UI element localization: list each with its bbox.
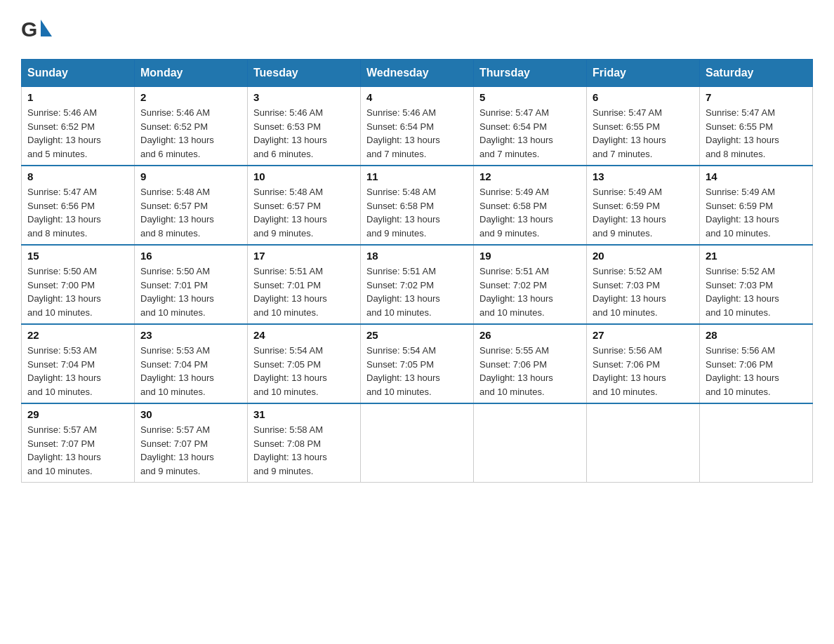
calendar-day-cell: 30 Sunrise: 5:57 AMSunset: 7:07 PMDaylig… [135, 403, 248, 483]
calendar-day-cell: 25 Sunrise: 5:54 AMSunset: 7:05 PMDaylig… [361, 324, 474, 403]
calendar-day-cell [587, 403, 700, 483]
calendar-week-row: 29 Sunrise: 5:57 AMSunset: 7:07 PMDaylig… [22, 403, 813, 483]
calendar-day-cell: 26 Sunrise: 5:55 AMSunset: 7:06 PMDaylig… [474, 324, 587, 403]
calendar-day-cell [700, 403, 813, 483]
calendar-day-cell: 1 Sunrise: 5:46 AMSunset: 6:52 PMDayligh… [22, 87, 135, 166]
day-info: Sunrise: 5:52 AMSunset: 7:03 PMDaylight:… [706, 264, 807, 319]
day-info: Sunrise: 5:53 AMSunset: 7:04 PMDaylight:… [27, 344, 128, 398]
day-header-sunday: Sunday [22, 60, 135, 87]
day-header-monday: Monday [135, 60, 248, 87]
day-info: Sunrise: 5:53 AMSunset: 7:04 PMDaylight:… [140, 344, 241, 398]
day-number: 26 [479, 329, 581, 341]
calendar-day-cell: 16 Sunrise: 5:50 AMSunset: 7:01 PMDaylig… [135, 245, 248, 324]
calendar-week-row: 15 Sunrise: 5:50 AMSunset: 7:00 PMDaylig… [22, 245, 813, 324]
day-number: 15 [27, 250, 128, 262]
day-info: Sunrise: 5:51 AMSunset: 7:02 PMDaylight:… [366, 264, 468, 319]
calendar-day-cell: 4 Sunrise: 5:46 AMSunset: 6:54 PMDayligh… [361, 87, 474, 166]
day-number: 22 [27, 329, 128, 341]
calendar-day-cell: 2 Sunrise: 5:46 AMSunset: 6:52 PMDayligh… [135, 87, 248, 166]
day-header-friday: Friday [587, 60, 700, 87]
calendar-day-cell [474, 403, 587, 483]
day-info: Sunrise: 5:51 AMSunset: 7:02 PMDaylight:… [479, 264, 581, 319]
logo: G [21, 14, 55, 45]
day-info: Sunrise: 5:49 AMSunset: 6:58 PMDaylight:… [479, 185, 581, 240]
day-number: 2 [140, 91, 241, 103]
calendar-day-cell: 24 Sunrise: 5:54 AMSunset: 7:05 PMDaylig… [248, 324, 361, 403]
calendar-week-row: 22 Sunrise: 5:53 AMSunset: 7:04 PMDaylig… [22, 324, 813, 403]
day-info: Sunrise: 5:52 AMSunset: 7:03 PMDaylight:… [593, 264, 694, 319]
day-info: Sunrise: 5:57 AMSunset: 7:07 PMDaylight:… [27, 423, 128, 478]
calendar-day-cell: 23 Sunrise: 5:53 AMSunset: 7:04 PMDaylig… [135, 324, 248, 403]
day-info: Sunrise: 5:46 AMSunset: 6:52 PMDaylight:… [140, 106, 241, 161]
day-info: Sunrise: 5:49 AMSunset: 6:59 PMDaylight:… [706, 185, 807, 240]
day-number: 19 [479, 250, 581, 262]
day-number: 8 [27, 170, 128, 182]
day-number: 13 [593, 170, 694, 182]
calendar-day-cell: 5 Sunrise: 5:47 AMSunset: 6:54 PMDayligh… [474, 87, 587, 166]
day-info: Sunrise: 5:46 AMSunset: 6:54 PMDaylight:… [366, 106, 468, 161]
calendar-day-cell: 6 Sunrise: 5:47 AMSunset: 6:55 PMDayligh… [587, 87, 700, 166]
svg-text:G: G [21, 18, 37, 41]
calendar-header-row: SundayMondayTuesdayWednesdayThursdayFrid… [22, 60, 813, 87]
day-number: 5 [479, 91, 581, 103]
day-info: Sunrise: 5:48 AMSunset: 6:57 PMDaylight:… [140, 185, 241, 240]
calendar-table: SundayMondayTuesdayWednesdayThursdayFrid… [21, 59, 813, 483]
day-number: 3 [253, 91, 355, 103]
day-info: Sunrise: 5:56 AMSunset: 7:06 PMDaylight:… [706, 344, 807, 398]
day-number: 27 [593, 329, 694, 341]
day-info: Sunrise: 5:46 AMSunset: 6:52 PMDaylight:… [27, 106, 128, 161]
calendar-day-cell: 15 Sunrise: 5:50 AMSunset: 7:00 PMDaylig… [22, 245, 135, 324]
day-info: Sunrise: 5:47 AMSunset: 6:55 PMDaylight:… [706, 106, 807, 161]
calendar-day-cell: 9 Sunrise: 5:48 AMSunset: 6:57 PMDayligh… [135, 166, 248, 245]
day-number: 11 [366, 170, 468, 182]
calendar-day-cell: 20 Sunrise: 5:52 AMSunset: 7:03 PMDaylig… [587, 245, 700, 324]
day-number: 14 [706, 170, 807, 182]
day-number: 28 [706, 329, 807, 341]
svg-marker-1 [41, 20, 52, 36]
calendar-day-cell: 3 Sunrise: 5:46 AMSunset: 6:53 PMDayligh… [248, 87, 361, 166]
day-number: 24 [253, 329, 355, 341]
day-number: 12 [479, 170, 581, 182]
day-info: Sunrise: 5:54 AMSunset: 7:05 PMDaylight:… [366, 344, 468, 398]
calendar-day-cell: 10 Sunrise: 5:48 AMSunset: 6:57 PMDaylig… [248, 166, 361, 245]
day-number: 6 [593, 91, 694, 103]
calendar-day-cell: 8 Sunrise: 5:47 AMSunset: 6:56 PMDayligh… [22, 166, 135, 245]
calendar-day-cell [361, 403, 474, 483]
page-header: G [21, 14, 813, 45]
day-info: Sunrise: 5:47 AMSunset: 6:55 PMDaylight:… [593, 106, 694, 161]
day-number: 9 [140, 170, 241, 182]
day-number: 16 [140, 250, 241, 262]
day-number: 21 [706, 250, 807, 262]
day-number: 25 [366, 329, 468, 341]
calendar-day-cell: 31 Sunrise: 5:58 AMSunset: 7:08 PMDaylig… [248, 403, 361, 483]
day-header-tuesday: Tuesday [248, 60, 361, 87]
calendar-day-cell: 18 Sunrise: 5:51 AMSunset: 7:02 PMDaylig… [361, 245, 474, 324]
day-number: 29 [27, 408, 128, 420]
day-info: Sunrise: 5:50 AMSunset: 7:00 PMDaylight:… [27, 264, 128, 319]
calendar-day-cell: 29 Sunrise: 5:57 AMSunset: 7:07 PMDaylig… [22, 403, 135, 483]
logo-icon: G [21, 14, 52, 45]
day-number: 10 [253, 170, 355, 182]
calendar-day-cell: 12 Sunrise: 5:49 AMSunset: 6:58 PMDaylig… [474, 166, 587, 245]
calendar-day-cell: 17 Sunrise: 5:51 AMSunset: 7:01 PMDaylig… [248, 245, 361, 324]
calendar-day-cell: 13 Sunrise: 5:49 AMSunset: 6:59 PMDaylig… [587, 166, 700, 245]
day-number: 17 [253, 250, 355, 262]
day-number: 20 [593, 250, 694, 262]
calendar-day-cell: 11 Sunrise: 5:48 AMSunset: 6:58 PMDaylig… [361, 166, 474, 245]
day-info: Sunrise: 5:57 AMSunset: 7:07 PMDaylight:… [140, 423, 241, 478]
day-info: Sunrise: 5:46 AMSunset: 6:53 PMDaylight:… [253, 106, 355, 161]
day-info: Sunrise: 5:51 AMSunset: 7:01 PMDaylight:… [253, 264, 355, 319]
day-info: Sunrise: 5:54 AMSunset: 7:05 PMDaylight:… [253, 344, 355, 398]
calendar-day-cell: 22 Sunrise: 5:53 AMSunset: 7:04 PMDaylig… [22, 324, 135, 403]
calendar-day-cell: 28 Sunrise: 5:56 AMSunset: 7:06 PMDaylig… [700, 324, 813, 403]
day-header-thursday: Thursday [474, 60, 587, 87]
day-number: 30 [140, 408, 241, 420]
day-info: Sunrise: 5:49 AMSunset: 6:59 PMDaylight:… [593, 185, 694, 240]
day-number: 23 [140, 329, 241, 341]
calendar-week-row: 8 Sunrise: 5:47 AMSunset: 6:56 PMDayligh… [22, 166, 813, 245]
calendar-day-cell: 21 Sunrise: 5:52 AMSunset: 7:03 PMDaylig… [700, 245, 813, 324]
day-header-wednesday: Wednesday [361, 60, 474, 87]
day-number: 7 [706, 91, 807, 103]
day-info: Sunrise: 5:50 AMSunset: 7:01 PMDaylight:… [140, 264, 241, 319]
day-info: Sunrise: 5:47 AMSunset: 6:56 PMDaylight:… [27, 185, 128, 240]
